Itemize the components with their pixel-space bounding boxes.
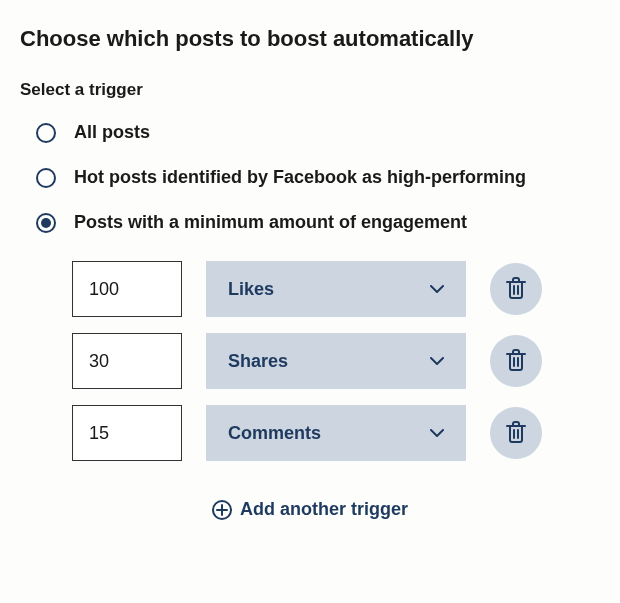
chevron-down-icon: [430, 282, 444, 296]
dropdown-label: Shares: [228, 351, 288, 372]
metric-dropdown[interactable]: Comments: [206, 405, 466, 461]
radio-icon: [36, 213, 56, 233]
radio-group: All posts Hot posts identified by Facebo…: [20, 122, 600, 233]
trash-icon: [506, 421, 526, 446]
trigger-row: Shares: [72, 333, 600, 389]
trash-icon: [506, 277, 526, 302]
trash-icon: [506, 349, 526, 374]
threshold-input[interactable]: [72, 333, 182, 389]
chevron-down-icon: [430, 426, 444, 440]
delete-button[interactable]: [490, 263, 542, 315]
radio-label: All posts: [74, 122, 150, 143]
threshold-input[interactable]: [72, 405, 182, 461]
metric-dropdown[interactable]: Likes: [206, 261, 466, 317]
radio-label: Hot posts identified by Facebook as high…: [74, 167, 526, 188]
add-trigger-button[interactable]: Add another trigger: [72, 499, 600, 520]
trigger-rows: Likes Shares Comments: [20, 261, 600, 520]
radio-label: Posts with a minimum amount of engagemen…: [74, 212, 467, 233]
trigger-row: Comments: [72, 405, 600, 461]
delete-button[interactable]: [490, 407, 542, 459]
dropdown-label: Comments: [228, 423, 321, 444]
radio-option-min-engagement[interactable]: Posts with a minimum amount of engagemen…: [20, 212, 600, 233]
section-label: Select a trigger: [20, 80, 600, 100]
threshold-input[interactable]: [72, 261, 182, 317]
radio-icon: [36, 123, 56, 143]
dropdown-label: Likes: [228, 279, 274, 300]
plus-circle-icon: [212, 500, 232, 520]
page-title: Choose which posts to boost automaticall…: [20, 26, 600, 52]
delete-button[interactable]: [490, 335, 542, 387]
radio-option-hot-posts[interactable]: Hot posts identified by Facebook as high…: [20, 167, 600, 188]
radio-option-all-posts[interactable]: All posts: [20, 122, 600, 143]
radio-icon: [36, 168, 56, 188]
trigger-row: Likes: [72, 261, 600, 317]
metric-dropdown[interactable]: Shares: [206, 333, 466, 389]
add-trigger-label: Add another trigger: [240, 499, 408, 520]
chevron-down-icon: [430, 354, 444, 368]
